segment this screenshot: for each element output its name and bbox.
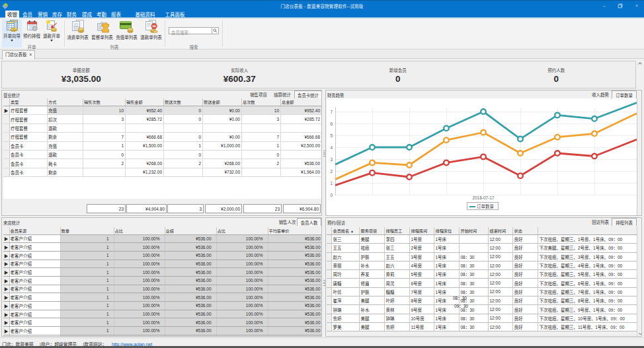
svg-text:1: 1: [330, 181, 333, 186]
svg-text:4: 4: [330, 145, 333, 150]
svg-text:7: 7: [330, 110, 333, 114]
svg-text:5: 5: [330, 133, 333, 138]
svg-text:3: 3: [330, 157, 333, 162]
svg-text:2: 2: [330, 169, 333, 174]
svg-text:0: 0: [330, 193, 333, 197]
svg-text:2018-07-17: 2018-07-17: [472, 195, 495, 200]
svg-text:6: 6: [330, 122, 333, 126]
